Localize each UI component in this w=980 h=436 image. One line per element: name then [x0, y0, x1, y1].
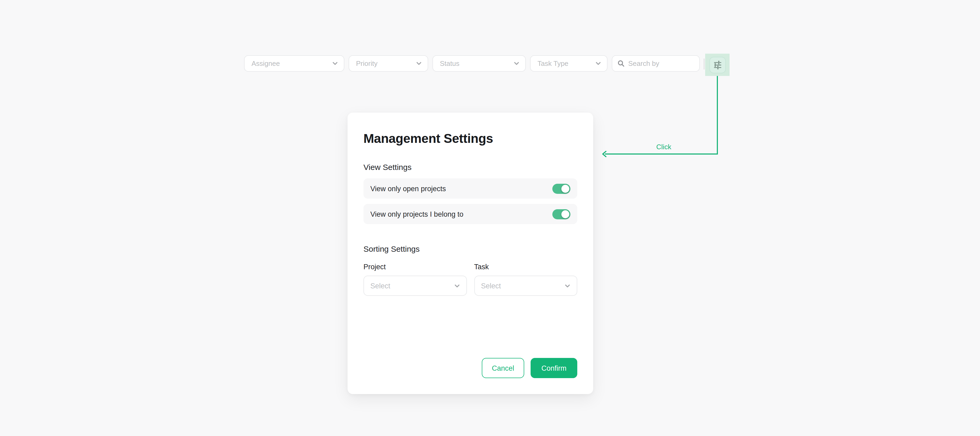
view-only-open-projects-toggle[interactable]	[552, 184, 570, 193]
chevron-down-icon	[454, 283, 460, 289]
assignee-dropdown[interactable]: Assignee	[244, 55, 344, 72]
page: Assignee Priority Status Task Type	[0, 0, 980, 436]
confirm-button[interactable]: Confirm	[531, 358, 577, 378]
management-settings-modal: Management Settings View Settings View o…	[348, 113, 593, 394]
sorting-settings-heading: Sorting Settings	[363, 244, 577, 253]
toggle-knob	[562, 185, 570, 193]
chevron-down-icon	[514, 61, 519, 66]
status-dropdown[interactable]: Status	[433, 55, 526, 72]
search-field[interactable]	[612, 55, 700, 72]
modal-title: Management Settings	[363, 131, 577, 146]
priority-dropdown[interactable]: Priority	[348, 55, 428, 72]
project-select-placeholder: Select	[370, 282, 390, 290]
chevron-down-icon	[332, 61, 338, 66]
project-field: Project Select	[363, 263, 467, 296]
toggle-knob	[562, 210, 570, 218]
chevron-down-icon	[416, 61, 422, 66]
assignee-dropdown-label: Assignee	[251, 59, 280, 67]
sorting-fields: Project Select Task Select	[363, 263, 577, 296]
annotation-line-horizontal	[605, 153, 718, 155]
task-type-dropdown-label: Task Type	[538, 59, 568, 67]
view-only-projects-i-belong-to-toggle[interactable]	[552, 209, 570, 219]
toolbar-divider	[703, 58, 705, 70]
project-field-label: Project	[363, 263, 467, 271]
project-select[interactable]: Select	[363, 276, 467, 296]
toggle-row-projects-i-belong-to: View only projects I belong to	[363, 204, 577, 224]
search-icon	[617, 60, 625, 67]
chevron-down-icon	[595, 61, 601, 66]
management-settings-button[interactable]	[710, 57, 726, 73]
arrow-left-icon	[601, 150, 609, 158]
view-settings-heading: View Settings	[363, 163, 577, 171]
toggle-row-label: View only projects I belong to	[370, 210, 463, 218]
chevron-down-icon	[565, 283, 570, 289]
task-field-label: Task	[474, 263, 577, 271]
task-select-placeholder: Select	[481, 282, 501, 290]
annotation-line-vertical	[717, 76, 718, 154]
task-type-dropdown[interactable]: Task Type	[530, 55, 608, 72]
task-select[interactable]: Select	[474, 276, 577, 296]
toggle-row-open-projects: View only open projects	[363, 179, 577, 199]
task-field: Task Select	[474, 263, 577, 296]
search-input[interactable]	[628, 59, 694, 67]
cancel-button[interactable]: Cancel	[482, 358, 524, 378]
toggle-row-label: View only open projects	[370, 185, 446, 193]
sliders-icon	[713, 61, 722, 70]
priority-dropdown-label: Priority	[356, 59, 377, 67]
annotation-click-label: Click	[643, 143, 685, 151]
modal-footer: Cancel Confirm	[482, 358, 577, 378]
click-target-highlight	[705, 54, 730, 76]
status-dropdown-label: Status	[440, 59, 460, 67]
